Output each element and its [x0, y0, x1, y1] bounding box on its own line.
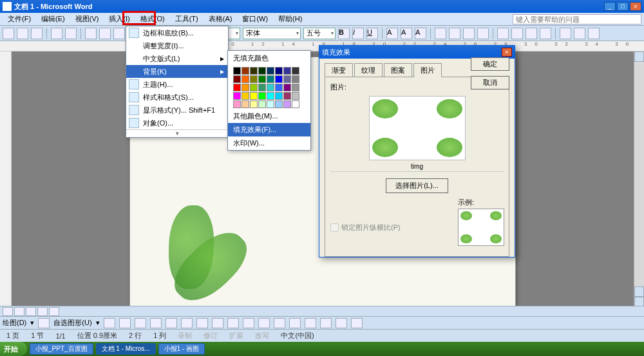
copy-button[interactable] [99, 28, 111, 39]
scroll-track[interactable] [634, 62, 644, 286]
menu-view[interactable]: 视图(V) [70, 13, 104, 25]
color-swatch[interactable] [275, 75, 283, 83]
color-swatch[interactable] [275, 67, 283, 75]
menu-theme[interactable]: 主题(H)... [126, 78, 228, 91]
taskbar-item[interactable]: 小报_PPT_百度图 [30, 343, 93, 355]
menu-object[interactable]: 对象(O)... [126, 117, 228, 129]
color-swatch[interactable] [242, 84, 249, 91]
color-swatch[interactable] [258, 92, 266, 100]
align-right-button[interactable] [463, 28, 475, 39]
diagram-icon[interactable] [196, 318, 208, 328]
wordart-icon[interactable] [181, 318, 193, 328]
scroll-up-icon[interactable] [634, 52, 644, 62]
minimize-button[interactable]: _ [604, 2, 616, 11]
new-button[interactable] [3, 28, 14, 39]
line-style-icon[interactable] [289, 318, 301, 328]
underline-button[interactable]: U [366, 28, 378, 39]
menu-style-format[interactable]: 样式和格式(S)... [126, 91, 228, 104]
bullets-button[interactable] [511, 28, 523, 39]
color-swatch[interactable] [283, 92, 291, 100]
color-swatch[interactable] [250, 100, 258, 108]
taskbar-item[interactable]: 小报1 - 画图 [158, 343, 205, 355]
menu-border-shading[interactable]: 边框和底纹(B)... [126, 26, 228, 39]
indent-dec-button[interactable] [526, 28, 537, 39]
color-swatch[interactable] [275, 100, 283, 108]
oval-icon[interactable] [150, 318, 162, 328]
color-swatch[interactable] [242, 67, 249, 75]
char-border-button[interactable]: A [401, 28, 412, 39]
color-swatch[interactable] [242, 92, 249, 100]
color-swatch[interactable] [292, 92, 299, 100]
menu-insert[interactable]: 插入(I) [104, 13, 135, 25]
dialog-titlebar[interactable]: 填充效果 × [319, 46, 515, 59]
fill-effects[interactable]: 填充效果(F)... [228, 123, 310, 136]
menu-table[interactable]: 表格(A) [204, 13, 238, 25]
numbering-button[interactable] [497, 28, 509, 39]
menu-asian-layout[interactable]: 中文版式(L)▶ [126, 52, 228, 65]
view-web-icon[interactable] [14, 307, 24, 316]
menu-expand-icon[interactable]: ▾ [126, 129, 228, 137]
dialog-close-icon[interactable]: × [502, 48, 512, 57]
color-swatch[interactable] [233, 67, 241, 75]
border-button[interactable] [560, 28, 571, 39]
color-swatch[interactable] [258, 100, 266, 108]
color-swatch[interactable] [267, 67, 274, 75]
more-colors[interactable]: 其他颜色(M)... [228, 109, 310, 123]
color-swatch[interactable] [283, 100, 291, 108]
color-swatch[interactable] [242, 75, 249, 83]
tab-gradient[interactable]: 渐变 [325, 63, 353, 77]
color-swatch[interactable] [250, 84, 258, 91]
italic-button[interactable]: I [352, 28, 364, 39]
color-swatch[interactable] [292, 75, 299, 83]
color-swatch[interactable] [258, 67, 266, 75]
line-icon[interactable] [104, 318, 115, 328]
taskbar-item[interactable]: 文档 1 - Micros... [96, 343, 156, 355]
menu-format[interactable]: 格式(O) [135, 13, 170, 25]
menu-adjust-width[interactable]: 调整宽度(I)... [126, 39, 228, 52]
tab-pattern[interactable]: 图案 [384, 63, 412, 77]
draw-menu[interactable]: 绘图(D) [3, 318, 26, 328]
textbox-icon[interactable] [166, 318, 177, 328]
font-combo[interactable]: 宋体 [243, 28, 301, 39]
menu-reveal-format[interactable]: 显示格式(Y)... Shift+F1 [126, 104, 228, 117]
color-swatch[interactable] [275, 92, 283, 100]
rectangle-icon[interactable] [135, 318, 146, 328]
view-reading-icon[interactable] [49, 307, 59, 316]
color-swatch[interactable] [258, 75, 266, 83]
color-swatch[interactable] [283, 75, 291, 83]
watermark[interactable]: 水印(W)... [228, 136, 310, 150]
save-button[interactable] [31, 28, 43, 39]
color-swatch[interactable] [233, 75, 241, 83]
cancel-button[interactable]: 取消 [471, 76, 509, 89]
no-fill-label[interactable]: 无填充颜色 [228, 51, 310, 66]
picture-icon[interactable] [227, 318, 239, 328]
color-swatch[interactable] [283, 67, 291, 75]
font-style-a-button[interactable]: A [386, 28, 398, 39]
preview-button[interactable] [65, 28, 77, 39]
print-button[interactable] [51, 28, 62, 39]
menu-window[interactable]: 窗口(W) [237, 13, 273, 25]
tab-texture[interactable]: 纹理 [354, 63, 383, 77]
font-color-icon[interactable] [274, 318, 285, 328]
align-center-button[interactable] [449, 28, 460, 39]
shadow-icon[interactable] [336, 318, 347, 328]
color-swatch[interactable] [292, 67, 299, 75]
view-print-icon[interactable] [26, 307, 36, 316]
char-shade-button[interactable]: A [415, 28, 426, 39]
color-swatch[interactable] [292, 84, 299, 91]
color-swatch[interactable] [250, 67, 258, 75]
color-swatch[interactable] [233, 100, 241, 108]
color-swatch[interactable] [233, 92, 241, 100]
menu-tools[interactable]: 工具(T) [170, 13, 204, 25]
help-search-input[interactable] [513, 14, 641, 24]
fill-color-icon[interactable] [243, 318, 254, 328]
start-button[interactable]: 开始 [0, 342, 27, 356]
color-swatch[interactable] [233, 84, 241, 91]
align-left-button[interactable] [435, 28, 446, 39]
color-swatch[interactable] [283, 84, 291, 91]
arrow-icon[interactable] [119, 318, 131, 328]
vertical-scrollbar[interactable] [634, 52, 644, 317]
color-swatch[interactable] [250, 92, 258, 100]
open-button[interactable] [17, 28, 28, 39]
color-swatch[interactable] [267, 92, 274, 100]
